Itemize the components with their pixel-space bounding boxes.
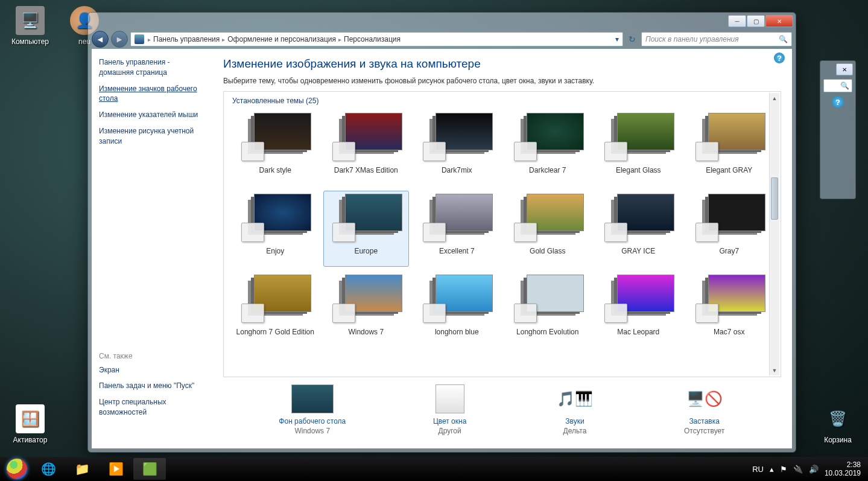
theme-label: Mac7 osx [689,328,770,345]
seealso-link-display[interactable]: Экран [99,365,205,375]
taskbar: 🌐 📁 ▶️ 🟩 RU ▴ ⚑ 🔌 🔊 2:38 10.03.2019 [0,457,868,481]
titlebar[interactable]: ─ ▢ ✕ [88,13,796,30]
theme-label: longhorn blue [417,328,497,345]
background-window: ✕ 🔍 ? [820,60,856,199]
theme-item[interactable]: Mac7 osx [686,272,773,348]
refresh-button[interactable]: ↻ [626,33,639,46]
theme-item[interactable]: GRAY ICE [595,191,682,267]
sidebar-link-mouse-pointers[interactable]: Изменение указателей мыши [99,110,205,120]
sidebar: Панель управления - домашняя страница Из… [92,49,212,448]
flag-icon[interactable]: ⚑ [780,465,787,474]
theme-label: Mac Leopard [598,328,679,345]
navbar: ◄ ► ▸ Панель управления ▸ Оформление и п… [88,30,796,49]
show-hidden-icon[interactable]: ▴ [770,465,774,474]
scroll-up-icon[interactable]: ▲ [770,93,779,103]
desktop-icon-label: Активатор [6,436,54,444]
theme-item[interactable]: Enjoy [232,191,318,267]
theme-item[interactable]: Dark7mix [414,110,500,186]
scroll-down-icon[interactable]: ▼ [770,365,779,375]
nav-back-button[interactable]: ◄ [92,31,109,48]
language-indicator[interactable]: RU [752,465,764,474]
theme-thumbnail [420,275,493,324]
theme-item[interactable]: Mac Leopard [595,272,682,348]
close-button[interactable]: ✕ [765,15,793,27]
page-subtitle: Выберите тему, чтобы одновременно измени… [223,77,781,85]
breadcrumb-item[interactable]: Панель управления [153,35,220,43]
theme-label: GRAY ICE [598,247,679,264]
theme-item[interactable]: Elegant Glass [595,110,682,186]
bg-help-icon[interactable]: ? [832,96,844,108]
window-preview [695,223,718,242]
window-preview [514,142,537,161]
personalization-window: ─ ▢ ✕ ◄ ► ▸ Панель управления ▸ Оформлен… [87,12,796,453]
search-input[interactable]: Поиск в панели управления 🔍 [641,32,792,46]
desktop-icon-activator[interactable]: 🪟 Активатор [6,404,54,444]
main-content: ? Изменение изображения и звука на компь… [212,49,792,448]
sidebar-link-desktop-icons[interactable]: Изменение значков рабочего стола [99,84,205,104]
scrollbar[interactable]: ▲ ▼ [769,93,779,375]
desktop-icon-computer[interactable]: 🖥️ Компьютер [6,6,54,46]
sidebar-seealso: См. также Экран Панель задач и меню "Пус… [99,352,205,418]
window-color-button[interactable]: Цвет окна Другой [433,384,466,435]
theme-item[interactable]: Darkclear 7 [505,110,591,186]
theme-item[interactable]: Excellent 7 [414,191,500,267]
scrollbar-thumb[interactable] [771,177,778,220]
theme-label: Enjoy [235,247,315,264]
window-preview [423,223,446,242]
computer-icon: 🖥️ [16,6,45,35]
breadcrumb-item[interactable]: Персонализация [344,35,401,43]
window-preview [695,304,718,323]
window-preview [423,304,446,323]
theme-item[interactable]: longhorn blue [414,272,500,348]
sounds-button[interactable]: 🎵🎹 Звуки Дельта [554,384,596,435]
chevron-right-icon: ▸ [148,36,151,43]
breadcrumb-item[interactable]: Оформление и персонализация [227,35,336,43]
nav-forward-button[interactable]: ► [111,31,128,48]
breadcrumb[interactable]: ▸ Панель управления ▸ Оформление и персо… [130,32,623,46]
bottom-value: Другой [433,427,466,435]
seealso-link-accessibility[interactable]: Центр специальных возможностей [99,397,205,418]
theme-item[interactable]: Europe [323,191,410,267]
taskbar-item-ie[interactable]: 🌐 [32,458,65,480]
theme-item[interactable]: Dark style [232,110,318,186]
theme-item[interactable]: Gold Glass [505,191,591,267]
theme-label: Dark7 XMas Edition [326,166,407,183]
clock-date: 10.03.2019 [825,469,861,477]
help-icon[interactable]: ? [774,53,785,63]
taskbar-item-explorer[interactable]: 📁 [66,458,98,480]
wallpaper-icon [291,384,334,413]
theme-item[interactable]: Gray7 [686,191,773,267]
theme-item[interactable]: Dark7 XMas Edition [323,110,410,186]
chevron-down-icon[interactable]: ▾ [615,35,619,43]
theme-thumbnail [420,113,493,162]
volume-icon[interactable]: 🔊 [809,465,819,474]
window-preview [241,223,264,242]
taskbar-item-media[interactable]: ▶️ [100,458,132,480]
bg-close-icon[interactable]: ✕ [836,63,853,75]
seealso-link-taskbar[interactable]: Панель задач и меню "Пуск" [99,381,205,391]
window-preview [514,304,537,323]
search-icon: 🔍 [779,35,788,43]
theme-item[interactable]: Windows 7 [323,272,410,348]
bg-search-icon[interactable]: 🔍 [823,79,852,92]
minimize-button[interactable]: ─ [728,15,746,27]
start-button[interactable] [2,458,31,480]
maximize-button[interactable]: ▢ [747,15,765,27]
sidebar-home-link[interactable]: Панель управления - домашняя страница [99,57,205,78]
clock[interactable]: 2:38 10.03.2019 [825,460,861,478]
theme-item[interactable]: Elegant GRAY [686,110,773,186]
theme-label: Elegant Glass [598,166,679,183]
window-preview [695,142,718,161]
network-icon[interactable]: 🔌 [793,465,803,474]
theme-item[interactable]: Longhorn 7 Gold Edition [232,272,318,348]
theme-thumbnail [330,113,402,162]
window-preview [332,142,355,161]
clock-time: 2:38 [825,460,861,469]
taskbar-item-app[interactable]: 🟩 [133,458,166,480]
theme-item[interactable]: Longhorn Evolution [505,272,591,348]
desktop-icon-recycle[interactable]: 🗑️ Корзина [814,404,862,444]
chevron-right-icon: ▸ [338,36,341,43]
screensaver-button[interactable]: 🖥️🚫 Заставка Отсутствует [683,384,726,435]
desktop-background-button[interactable]: Фон рабочего стола Windows 7 [279,384,346,435]
sidebar-link-account-picture[interactable]: Изменение рисунка учетной записи [99,126,205,147]
